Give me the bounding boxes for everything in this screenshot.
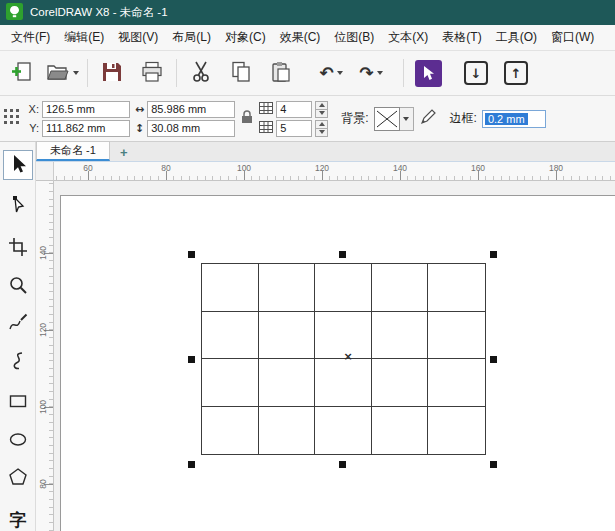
document-tab-bar: 未命名 -1 + bbox=[36, 142, 615, 162]
menu-view[interactable]: 视图(V) bbox=[111, 25, 165, 51]
menu-effects[interactable]: 效果(C) bbox=[273, 25, 328, 51]
ellipse-tool[interactable] bbox=[3, 425, 33, 455]
freehand-tool[interactable] bbox=[3, 309, 33, 339]
selection-handle-bottom-center[interactable] bbox=[339, 461, 346, 468]
menu-tools[interactable]: 工具(O) bbox=[489, 25, 544, 51]
shape-node-icon bbox=[8, 195, 28, 218]
bezier-curve-tool[interactable] bbox=[3, 347, 33, 377]
vertical-ruler[interactable]: 140 120 100 80 bbox=[36, 181, 54, 531]
title-bar[interactable]: CorelDRAW X8 - 未命名 -1 bbox=[0, 0, 615, 25]
selection-handle-middle-right[interactable] bbox=[490, 356, 497, 363]
table-columns-input[interactable]: 5 bbox=[276, 120, 312, 137]
table-cell bbox=[202, 264, 259, 312]
object-height-icon: ↕ bbox=[135, 123, 144, 134]
x-position-input[interactable]: 126.5 mm bbox=[42, 101, 130, 118]
columns-spinner[interactable] bbox=[315, 120, 328, 137]
crop-tool[interactable] bbox=[3, 233, 33, 263]
table-cell bbox=[372, 407, 429, 455]
toolbar-separator bbox=[176, 59, 177, 87]
y-label: Y: bbox=[25, 122, 39, 134]
paste-button[interactable] bbox=[265, 56, 297, 90]
height-input[interactable]: 30.08 mm bbox=[147, 120, 235, 137]
open-dropdown-icon bbox=[73, 71, 79, 75]
table-cell bbox=[428, 359, 485, 407]
ruler-origin-corner[interactable] bbox=[36, 162, 54, 181]
magnifier-icon bbox=[8, 275, 28, 298]
background-fill-picker[interactable] bbox=[374, 107, 414, 131]
open-folder-icon bbox=[46, 60, 70, 87]
save-button[interactable] bbox=[96, 56, 128, 90]
new-document-button[interactable] bbox=[6, 56, 38, 90]
menu-edit[interactable]: 编辑(E) bbox=[57, 25, 111, 51]
open-button[interactable] bbox=[46, 56, 79, 90]
property-bar: X: 126.5 mm Y: 111.862 mm ↔ 85.986 mm ↕ … bbox=[0, 96, 615, 142]
export-button[interactable]: ↑ bbox=[500, 56, 532, 90]
border-label: 边框: bbox=[450, 110, 477, 127]
origin-grid-icon[interactable] bbox=[4, 109, 20, 128]
table-cell bbox=[202, 407, 259, 455]
redo-button[interactable]: ↷ bbox=[355, 56, 387, 90]
horizontal-ruler[interactable]: 60 80 100 120 140 160 180 bbox=[54, 162, 615, 181]
rectangle-tool[interactable] bbox=[3, 387, 33, 417]
selection-handle-top-center[interactable] bbox=[339, 251, 346, 258]
clipboard-icon bbox=[269, 60, 293, 87]
ruler-label: 140 bbox=[38, 240, 48, 266]
undo-dropdown-icon bbox=[337, 71, 343, 75]
document-tab-active[interactable]: 未命名 -1 bbox=[36, 141, 110, 161]
selection-handle-middle-left[interactable] bbox=[188, 356, 195, 363]
menu-layout[interactable]: 布局(L) bbox=[165, 25, 218, 51]
menu-object[interactable]: 对象(C) bbox=[218, 25, 273, 51]
selection-handle-bottom-right[interactable] bbox=[490, 461, 497, 468]
ruler-label: 160 bbox=[471, 163, 485, 173]
canvas[interactable]: × bbox=[54, 181, 615, 531]
table-cell bbox=[202, 312, 259, 360]
selection-handle-top-right[interactable] bbox=[490, 251, 497, 258]
y-position-input[interactable]: 111.862 mm bbox=[42, 120, 130, 137]
menu-bitmaps[interactable]: 位图(B) bbox=[327, 25, 381, 51]
import-arrow-icon: ↓ bbox=[464, 61, 488, 85]
print-button[interactable] bbox=[136, 56, 168, 90]
freehand-curve-icon bbox=[8, 313, 28, 336]
width-input[interactable]: 85.986 mm bbox=[147, 101, 235, 118]
polygon-tool[interactable] bbox=[3, 463, 33, 493]
table-cell bbox=[372, 312, 429, 360]
toolbar-separator bbox=[403, 59, 404, 87]
menu-window[interactable]: 窗口(W) bbox=[544, 25, 601, 51]
edit-fill-icon[interactable] bbox=[419, 108, 437, 129]
background-dropdown-button[interactable] bbox=[400, 107, 414, 131]
text-tool-icon: 字 bbox=[10, 509, 27, 531]
menu-table[interactable]: 表格(T) bbox=[435, 25, 488, 51]
standard-toolbar: ↶ ↷ ↓ ↑ bbox=[0, 51, 615, 96]
import-button[interactable]: ↓ bbox=[460, 56, 492, 90]
table-cell bbox=[372, 264, 429, 312]
menu-text[interactable]: 文本(X) bbox=[381, 25, 435, 51]
snap-options-button[interactable] bbox=[412, 56, 444, 90]
pick-tool[interactable] bbox=[3, 150, 33, 180]
cut-button[interactable] bbox=[185, 56, 217, 90]
table-rows-icon bbox=[259, 102, 273, 117]
lock-ratio-icon[interactable] bbox=[240, 109, 254, 128]
rows-spinner[interactable] bbox=[315, 101, 328, 118]
table-cell bbox=[428, 264, 485, 312]
selection-handle-bottom-left[interactable] bbox=[188, 461, 195, 468]
coreldraw-window: CorelDRAW X8 - 未命名 -1 文件(F) 编辑(E) 视图(V) … bbox=[0, 0, 615, 531]
undo-icon: ↶ bbox=[319, 65, 333, 82]
table-rows-input[interactable]: 4 bbox=[276, 101, 312, 118]
new-tab-button[interactable]: + bbox=[115, 143, 133, 161]
undo-button[interactable]: ↶ bbox=[315, 56, 347, 90]
size-group: ↔ 85.986 mm ↕ 30.08 mm bbox=[135, 101, 235, 137]
zoom-tool[interactable] bbox=[3, 271, 33, 301]
selection-center-marker[interactable]: × bbox=[341, 351, 355, 363]
ruler-label: 120 bbox=[38, 317, 48, 343]
text-tool[interactable]: 字 bbox=[3, 505, 33, 531]
menu-file[interactable]: 文件(F) bbox=[4, 25, 57, 51]
shape-tool[interactable] bbox=[3, 191, 33, 221]
table-cell bbox=[428, 312, 485, 360]
ruler-label: 80 bbox=[38, 471, 48, 497]
no-fill-swatch-icon bbox=[374, 107, 400, 131]
border-width-combo[interactable]: 0.2 mm bbox=[482, 110, 546, 128]
position-group: X: 126.5 mm Y: 111.862 mm bbox=[25, 101, 130, 137]
copy-button[interactable] bbox=[225, 56, 257, 90]
selection-handle-top-left[interactable] bbox=[188, 251, 195, 258]
toolbox: 字 bbox=[0, 142, 36, 531]
